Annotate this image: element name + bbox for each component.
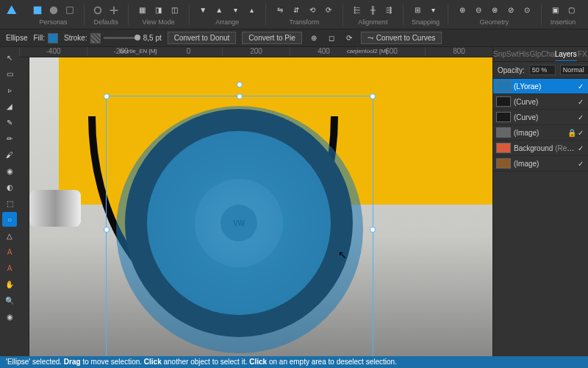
snap-options-icon[interactable]: ▾: [427, 4, 440, 17]
align-left-icon[interactable]: ⬱: [350, 4, 363, 17]
tab-swatches[interactable]: Swt: [506, 47, 519, 61]
tab-snapshots[interactable]: Snp: [493, 47, 506, 61]
stroke-control[interactable]: Stroke: 8,5 pt: [64, 33, 162, 43]
visibility-checkbox[interactable]: ✓: [578, 144, 585, 152]
resize-handle-tl[interactable]: [104, 93, 110, 99]
text-tool[interactable]: A: [2, 244, 17, 259]
layer-name-label: (LYorae): [514, 82, 575, 91]
svg-marker-0: [7, 5, 16, 14]
node-tool[interactable]: ▹: [2, 82, 17, 97]
selection-bounding-box: [106, 96, 373, 356]
sync-defaults-icon[interactable]: [91, 4, 104, 17]
insert-inside-icon[interactable]: ▣: [548, 4, 562, 17]
corner-tool[interactable]: ◢: [2, 99, 17, 113]
toolbar-group-personas: Personas: [26, 4, 81, 26]
convert-donut-button[interactable]: Convert to Donut: [168, 32, 237, 44]
view-pixel-icon[interactable]: ▦: [136, 4, 149, 17]
svg-point-3: [95, 7, 101, 13]
frame-text-tool[interactable]: A: [2, 261, 17, 275]
artboard-tool[interactable]: ▭: [2, 66, 17, 81]
flip-h-icon[interactable]: ⇋: [273, 4, 287, 17]
status-bar: 'Ellipse' selected. Drag to move selecti…: [0, 356, 588, 368]
stroke-swatch[interactable]: [90, 33, 101, 43]
fill-control[interactable]: Fill:: [33, 33, 58, 43]
align-center-icon[interactable]: ╫: [366, 4, 379, 17]
convert-pie-button[interactable]: Convert to Pie: [242, 32, 301, 44]
layer-row[interactable]: Background (Rectangle) ✓: [493, 141, 588, 156]
lock-icon[interactable]: 🔒: [567, 129, 575, 136]
persona-vector-icon[interactable]: [31, 4, 44, 17]
tab-character[interactable]: Cha: [541, 47, 554, 61]
layer-row[interactable]: (LYorae) ✓: [493, 79, 588, 94]
divide-icon[interactable]: ⊘: [504, 4, 517, 17]
stroke-width-slider[interactable]: [104, 37, 140, 39]
snapping-icon[interactable]: ⊞: [411, 4, 424, 17]
add-icon[interactable]: ⊕: [456, 4, 469, 17]
document-tab[interactable]: carpentool2 [M]: [343, 47, 392, 55]
flip-v-icon[interactable]: ⇵: [290, 4, 303, 17]
transform-origin-icon[interactable]: ⊕: [308, 32, 320, 44]
layer-row[interactable]: (Curve) ✓: [493, 110, 588, 125]
ellipse-tool[interactable]: ○: [2, 212, 17, 227]
zoom-tool[interactable]: 🔍: [2, 293, 17, 308]
layer-row[interactable]: (Image) ✓: [493, 156, 588, 171]
visibility-checkbox[interactable]: ✓: [578, 113, 585, 121]
resize-handle-tc[interactable]: [237, 93, 243, 99]
pan-tool[interactable]: ✋: [2, 277, 17, 291]
persona-export-icon[interactable]: [63, 4, 76, 17]
tab-history[interactable]: His: [518, 47, 529, 61]
combine-icon[interactable]: ⊙: [520, 4, 534, 17]
resize-handle-ml[interactable]: [104, 227, 110, 233]
toolbar-group-insertion: ▣ ▢ Insertion: [544, 4, 582, 26]
document-tab[interactable]: Beetle_EN [M]: [115, 47, 162, 55]
color-picker-tool[interactable]: ◉: [2, 309, 17, 324]
cycle-select-icon[interactable]: ⟳: [343, 32, 355, 44]
visibility-checkbox[interactable]: ✓: [578, 82, 585, 90]
stroke-label: Stroke:: [64, 34, 87, 42]
subtract-icon[interactable]: ⊖: [472, 4, 485, 17]
rotate-cw-icon[interactable]: ⟳: [322, 4, 335, 17]
tab-glyphs[interactable]: Glp: [530, 47, 542, 61]
hide-selection-icon[interactable]: ◻: [326, 32, 337, 44]
visibility-checkbox[interactable]: ✓: [578, 129, 585, 136]
persona-pixel-icon[interactable]: [47, 4, 60, 17]
visibility-checkbox[interactable]: ✓: [578, 160, 585, 167]
fill-label: Fill:: [33, 34, 45, 42]
intersect-icon[interactable]: ⊗: [488, 4, 501, 17]
resize-handle-mr[interactable]: [370, 227, 376, 233]
transparency-tool[interactable]: ◐: [2, 180, 17, 194]
context-toolbar: Ellipse Fill: Stroke: 8,5 pt Convert to …: [0, 29, 588, 47]
brush-tool[interactable]: 🖌: [2, 147, 17, 162]
move-front-icon[interactable]: ▲: [212, 4, 226, 17]
revert-defaults-icon[interactable]: [107, 4, 121, 17]
layer-name-label: (Curve): [514, 113, 575, 121]
canvas[interactable]: VW ↖: [29, 57, 492, 356]
shape-tool[interactable]: △: [2, 228, 17, 243]
move-tool[interactable]: ↖: [2, 50, 17, 65]
resize-handle-tr[interactable]: [370, 93, 376, 99]
visibility-checkbox[interactable]: ✓: [578, 98, 585, 105]
blend-mode-select[interactable]: [560, 65, 588, 75]
layer-row[interactable]: (Image) 🔒 ✓: [493, 125, 588, 141]
move-back-icon[interactable]: ▼: [196, 4, 209, 17]
app-logo-icon: [6, 4, 18, 25]
rotation-handle[interactable]: [237, 82, 243, 88]
crop-tool[interactable]: ⬚: [2, 196, 17, 210]
layer-row[interactable]: (Curve) ✓: [493, 94, 588, 110]
insert-behind-icon[interactable]: ▢: [564, 4, 578, 17]
pen-tool[interactable]: ✎: [2, 115, 17, 130]
opacity-input[interactable]: [529, 65, 556, 75]
align-right-icon[interactable]: ⇶: [382, 4, 395, 17]
fill-tool[interactable]: ◉: [2, 163, 17, 178]
rotate-ccw-icon[interactable]: ⟲: [306, 4, 319, 17]
view-outline-icon[interactable]: ◫: [168, 4, 182, 17]
pencil-tool[interactable]: ✏: [2, 131, 17, 146]
tab-fx[interactable]: FX: [577, 47, 588, 61]
move-forward-icon[interactable]: ▴: [245, 4, 258, 17]
view-split-icon[interactable]: ◨: [152, 4, 165, 17]
convert-curves-button[interactable]: ⤳Convert to Curves: [361, 32, 442, 44]
move-backward-icon[interactable]: ▾: [229, 4, 242, 17]
fill-swatch[interactable]: [48, 33, 58, 43]
tab-layers[interactable]: Layers: [555, 47, 577, 61]
layer-thumbnail: [496, 96, 511, 107]
